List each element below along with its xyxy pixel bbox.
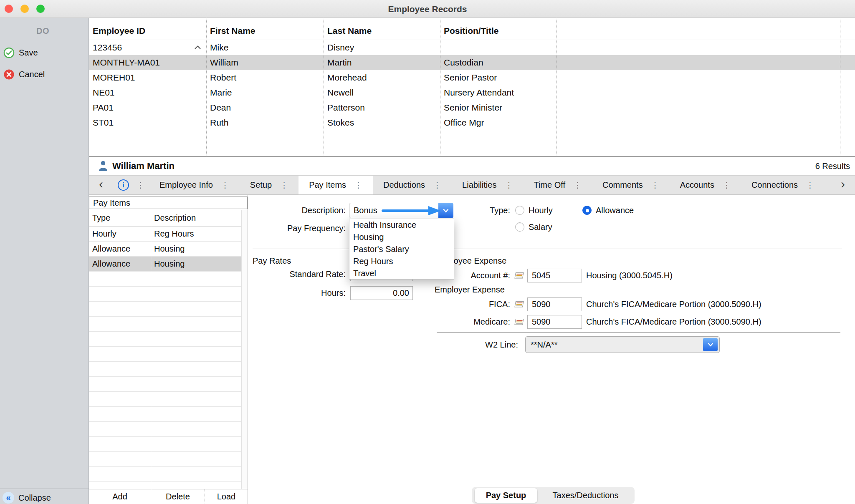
section-rule	[253, 249, 842, 249]
radio-hourly[interactable]: Hourly	[515, 205, 553, 216]
tab-pay-setup[interactable]: Pay Setup	[475, 488, 537, 503]
pay-rates-heading: Pay Rates	[253, 255, 291, 266]
info-icon[interactable]: i	[118, 179, 129, 191]
tab-deductions[interactable]: Deductions⋮	[373, 176, 452, 194]
pay-setup-form: Description: Bonus Pay Frequency: Type: …	[248, 195, 855, 504]
employee-cell: Office Mgr	[440, 118, 557, 128]
column-header-type[interactable]: Type	[89, 213, 151, 223]
hours-label: Hours:	[248, 287, 346, 298]
column-header-first-name[interactable]: First Name	[206, 26, 324, 36]
employee-row-empty	[89, 145, 855, 156]
column-divider	[440, 18, 440, 156]
column-divider	[557, 18, 557, 156]
minimize-window-icon[interactable]	[20, 5, 29, 13]
pay-item-description: Housing	[151, 259, 241, 269]
pay-item-row-empty	[89, 332, 241, 347]
fica-field[interactable]: 5090	[527, 297, 582, 311]
save-label: Save	[19, 48, 38, 58]
radio-circle-icon[interactable]	[515, 206, 524, 215]
close-window-icon[interactable]	[5, 5, 13, 13]
pay-items-header: Type Description	[89, 210, 241, 227]
employee-cell: Patterson	[324, 103, 440, 113]
cancel-button[interactable]: Cancel	[3, 69, 45, 80]
ledger-account-icon[interactable]	[514, 272, 525, 280]
medicare-field[interactable]: 5090	[527, 315, 582, 329]
employee-row[interactable]: ST01RuthStokesOffice Mgr	[89, 115, 855, 130]
tab-employee-info[interactable]: Employee Info⋮	[149, 176, 240, 194]
pay-items-delete-button[interactable]: Delete	[151, 489, 205, 504]
ledger-account-icon[interactable]	[514, 300, 525, 308]
pay-item-row[interactable]: AllowanceHousing	[89, 257, 241, 272]
pay-item-row-empty	[89, 317, 241, 332]
employee-cell: 123456	[89, 43, 206, 53]
column-header-last-name[interactable]: Last Name	[324, 26, 440, 36]
column-header-position[interactable]: Position/Title	[440, 26, 557, 36]
w2-line-dropdown[interactable]: **N/A**	[525, 336, 720, 353]
sort-ascending-icon[interactable]	[195, 45, 201, 49]
collapse-button[interactable]: « Collapse	[3, 492, 51, 504]
tab-label: Accounts	[680, 180, 714, 190]
app-window: Employee Records DO Save Cancel « Collap…	[0, 0, 855, 504]
pay-item-row[interactable]: HourlyReg Hours	[89, 227, 241, 242]
tab-label: Setup	[250, 180, 272, 190]
employee-row[interactable]: PA01DeanPattersonSenior Minister	[89, 100, 855, 115]
section-rule	[437, 332, 840, 333]
tab-scroll-forward-button[interactable]: ›	[831, 176, 855, 194]
employee-row[interactable]: 123456MikeDisney	[89, 40, 855, 55]
pay-items-panel: Pay Items Type Description HourlyReg Hou…	[89, 195, 248, 504]
employee-row[interactable]: MOREH01RobertMoreheadSenior Pastor	[89, 70, 855, 85]
employee-cell: Nursery Attendant	[440, 88, 557, 98]
tab-info[interactable]: i ⋮	[113, 176, 149, 194]
employee-cell: Dean	[206, 103, 324, 113]
employee-row[interactable]: MONTHLY-MA01WilliamMartinCustodian	[89, 55, 855, 70]
pay-item-row-empty	[89, 272, 241, 287]
employee-table-body: 123456MikeDisneyMONTHLY-MA01WilliamMarti…	[89, 40, 855, 156]
tab-handle-icon: ⋮	[505, 180, 513, 190]
chevron-down-icon	[707, 342, 714, 348]
medicare-value: 5090	[528, 315, 582, 328]
tab-handle-icon: ⋮	[354, 180, 362, 190]
radio-allowance[interactable]: Allowance	[582, 205, 634, 216]
column-header-employee-id[interactable]: Employee ID	[89, 26, 206, 36]
person-icon	[98, 160, 108, 172]
tab-liabilities[interactable]: Liabilities⋮	[452, 176, 523, 194]
tab-connections[interactable]: Connections⋮	[741, 176, 825, 194]
scrollbar-track[interactable]	[241, 210, 248, 489]
tab-accounts[interactable]: Accounts⋮	[670, 176, 741, 194]
type-label: Type:	[468, 205, 510, 216]
w2-line-value: **N/A**	[526, 337, 719, 353]
employee-row[interactable]: NE01MarieNewellNursery Attendant	[89, 85, 855, 100]
pay-item-row[interactable]: AllowanceHousing	[89, 242, 241, 257]
dropdown-option[interactable]: Health Insurance	[349, 219, 454, 231]
pay-items-title: Pay Items	[89, 197, 248, 209]
tab-setup[interactable]: Setup⋮	[240, 176, 298, 194]
pay-item-row-empty	[89, 422, 241, 437]
pay-items-load-button[interactable]: Load	[205, 489, 248, 504]
dropdown-option[interactable]: Travel	[349, 267, 454, 280]
tab-time-off[interactable]: Time Off⋮	[523, 176, 592, 194]
radio-circle-icon[interactable]	[582, 206, 592, 215]
tab-pay-items[interactable]: Pay Items⋮	[298, 176, 373, 194]
employee-cell: Custodian	[440, 58, 557, 68]
hours-field[interactable]: 0.00	[350, 286, 413, 300]
dropdown-button[interactable]	[703, 338, 718, 351]
tab-label: Comments	[602, 180, 643, 190]
account-number-field[interactable]: 5045	[527, 269, 582, 282]
tab-scroll-back-button[interactable]: ‹	[89, 176, 113, 194]
radio-circle-icon[interactable]	[515, 222, 524, 232]
radio-salary[interactable]: Salary	[515, 222, 552, 232]
collapse-chevrons-icon: «	[3, 492, 14, 504]
pay-items-add-button[interactable]: Add	[89, 489, 151, 504]
tab-taxes-deductions[interactable]: Taxes/Deductions	[539, 487, 632, 504]
pay-item-row-empty	[89, 482, 241, 489]
dropdown-option[interactable]: Reg Hours	[349, 255, 454, 267]
sidebar-header: DO	[0, 26, 49, 36]
save-button[interactable]: Save	[3, 47, 38, 58]
column-header-description[interactable]: Description	[151, 213, 241, 223]
radio-label: Allowance	[596, 206, 634, 215]
dropdown-option[interactable]: Pastor's Salary	[349, 243, 454, 255]
zoom-window-icon[interactable]	[36, 5, 45, 13]
ledger-account-icon[interactable]	[514, 318, 525, 326]
tab-comments[interactable]: Comments⋮	[592, 176, 670, 194]
dropdown-option[interactable]: Housing	[349, 231, 454, 243]
